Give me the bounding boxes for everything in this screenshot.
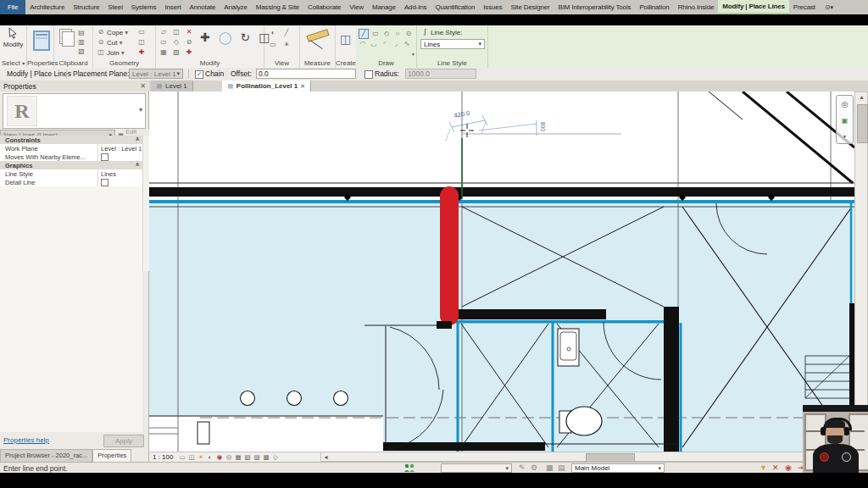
worksets-list-icon[interactable]: ▤ [558,463,565,472]
workset-select[interactable]: Main Model▾ [571,463,665,473]
modify-tool-icon[interactable]: ⊘ [185,38,193,47]
constraints-icon[interactable]: ◇ [271,453,279,461]
tab-insert[interactable]: Insert [160,0,185,14]
clipboard-small-icon-3[interactable]: ▧ [77,47,86,56]
view-cube-icon[interactable]: ▣ [842,117,849,125]
tab-annotate[interactable]: Annotate [186,0,220,14]
tab-manage[interactable]: Manage [368,0,400,14]
chevron-down-icon[interactable]: ▾ [843,133,846,139]
tab-architecture[interactable]: Architecture [25,0,69,14]
geometry-extra-icon-2[interactable]: ◫ [137,38,146,47]
draw-scroll-icon[interactable]: ▾ [412,51,415,57]
properties-icon[interactable] [33,30,50,51]
tab-collaborate[interactable]: Collaborate [303,0,345,14]
tab-project-browser[interactable]: Project Browser - 2020_rac... [0,449,92,462]
draw-circumscribed-tool-icon[interactable]: ⊙ [404,30,413,38]
worksets-dialog-icon[interactable]: ▦ [546,463,554,472]
horizontal-scrollbar[interactable]: ◄ ► [320,452,854,462]
shadows-icon[interactable]: ◐ [206,453,214,461]
moves-checkbox[interactable] [101,153,108,161]
clipboard-small-icon-1[interactable]: ▤ [77,29,86,37]
clear-selection-icon[interactable]: ✕ [772,463,779,472]
tab-file[interactable]: File [0,0,25,14]
crop-view-icon[interactable]: ◉ [215,453,223,461]
modify-tool-icon[interactable]: ◇ [172,38,181,47]
tab-add-ins[interactable]: Add-Ins [400,0,431,14]
modify-tool-icon[interactable]: ◫ [172,28,181,36]
view-tool-icon[interactable]: ▭ [269,41,277,49]
temp-dimension-value[interactable]: 420.0 [453,109,470,119]
create-group-icon[interactable]: ◫ [340,32,351,46]
draw-arc-tool-icon[interactable]: ◠ [359,40,367,48]
detail-line-checkbox[interactable] [101,179,108,186]
draw-spline-tool-icon[interactable]: ∿ [403,40,411,48]
tab-issues[interactable]: Issues [479,0,506,14]
measure-line-icon[interactable] [309,40,322,49]
settings-gear-icon[interactable]: ⚙ [531,463,537,472]
select-toggle-icon[interactable]: ◉ [785,463,792,472]
tab-steel[interactable]: Steel [103,0,127,14]
draw-arc4-tool-icon[interactable]: ◞ [392,40,400,48]
analytical-model-icon[interactable]: ▩ [262,453,270,461]
worksharing-icon[interactable] [403,463,415,473]
close-icon[interactable]: ✕ [140,82,146,90]
modify-tool-icon[interactable]: ✕ [185,28,193,36]
line-style-select[interactable]: Lines▾ [420,39,485,49]
join-button[interactable]: ◫Join▾ [97,48,125,57]
chain-checkbox[interactable]: ✓ [195,70,203,79]
floor-plan-canvas[interactable]: 420.0 800 [149,92,854,452]
vertical-scrollbar[interactable]: ▲ ▼ [854,92,868,452]
view-scale-button[interactable]: 1 : 100 [153,453,173,461]
placement-plane-select[interactable]: Level : Level 1▾ [129,69,183,79]
vertical-scroll-thumb[interactable] [857,104,868,143]
offset-icon[interactable]: ◯ [219,30,232,44]
editable-only-pencil-icon[interactable]: ✎ [519,463,526,472]
design-option-select[interactable]: ▾ [441,463,512,473]
tab-precast[interactable]: Precast [789,0,820,14]
visual-style-icon[interactable]: ▭ [178,453,186,461]
temporary-view-icon[interactable]: ▨ [253,453,260,461]
close-view-icon[interactable]: ✕ [300,83,305,90]
clipboard-small-icon-2[interactable]: ▥ [77,38,86,47]
apply-button[interactable]: Apply [103,435,144,447]
temp-dimension-value-2[interactable]: 800 [540,122,546,131]
detail-level-icon[interactable]: ◫ [187,453,195,461]
draw-polygon-tool-icon[interactable]: ◇ [382,30,391,38]
navigation-bar[interactable]: ◎ ▣ ▾ [836,95,854,144]
tab-systems[interactable]: Systems [127,0,161,14]
view-tool-icon[interactable]: ╱ [282,29,291,37]
draw-rectangle-tool-icon[interactable]: ▭ [371,30,380,38]
geometry-extra-icon-3[interactable]: ✚ [137,48,146,57]
steering-wheel-icon[interactable]: ◎ [842,100,849,108]
tab-rhino-inside[interactable]: Rhino.Inside [674,0,719,14]
geometry-extra-icon-1[interactable]: ▭ [137,28,146,36]
tab-quantification[interactable]: Quantification [431,0,479,14]
scroll-left-icon[interactable]: ◄ [323,454,329,460]
cut-button[interactable]: ⊙Cut▾ [97,38,122,47]
tab-view[interactable]: View [345,0,368,14]
offset-input[interactable]: 0.0 [256,69,356,79]
properties-title-bar[interactable]: Properties ✕ [0,80,149,92]
tab-pollination[interactable]: Pollination [635,0,673,14]
tab-massing-site[interactable]: Massing & Site [252,0,303,14]
modify-tool-icon[interactable]: ▱ [159,28,168,36]
scroll-up-icon[interactable]: ▲ [859,94,865,100]
type-selector[interactable]: R ▾ [3,93,146,129]
rotate-icon[interactable]: ↻ [240,30,250,44]
show-crop-icon[interactable]: ◎ [225,453,232,461]
draw-arc3-tool-icon[interactable]: ◜ [381,40,389,48]
view-tab-level1[interactable]: ▤ Level 1 [151,80,193,92]
modify-tool-icon[interactable]: ▭ [159,38,168,47]
tab-site-designer[interactable]: Site Designer [507,0,554,14]
modify-tool-icon[interactable]: ▦ [159,48,168,57]
tab-bim-interoperability[interactable]: BIM Interoperability Tools [554,0,636,14]
modify-tool-icon[interactable]: ✚ [185,48,193,57]
modify-tool-icon[interactable]: ▧ [172,48,181,57]
modify-button[interactable]: Modify [0,27,26,48]
view-tool-icon[interactable]: ◐ [269,29,277,37]
draw-circle-tool-icon[interactable]: ○ [393,30,402,38]
draw-line-tool-icon[interactable]: ╱ [359,29,369,39]
selected-red-wall[interactable] [440,186,459,325]
radius-input[interactable]: 1000.0 [405,69,476,79]
view-tool-icon[interactable]: ☀ [282,41,291,49]
